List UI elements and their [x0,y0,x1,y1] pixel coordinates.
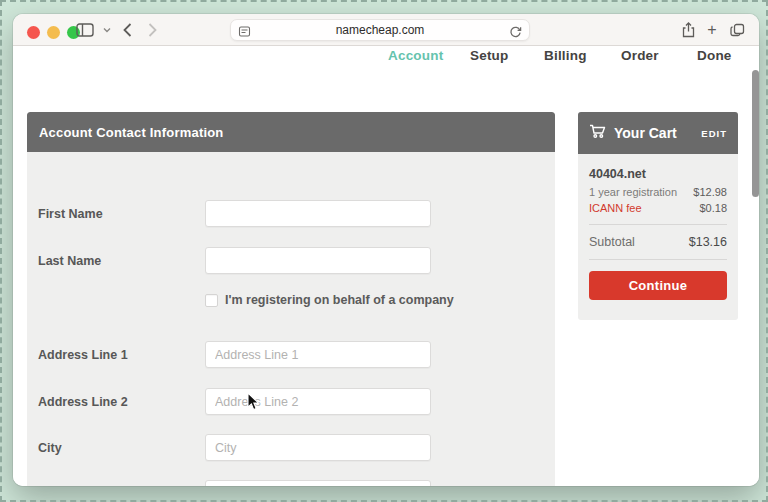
cart-domain: 40404.net [589,167,727,181]
chevron-down-icon[interactable] [99,14,115,46]
new-tab-icon[interactable]: + [701,14,723,46]
company-checkbox-row[interactable]: I'm registering on behalf of a company [205,293,454,307]
mouse-cursor [247,392,260,415]
close-window-button[interactable] [27,26,40,39]
account-contact-form: Account Contact Information First Name L… [27,112,555,486]
cart-item-registration: 1 year registration $12.98 [589,186,727,198]
tab-order[interactable]: Order [621,48,659,63]
url-text: namecheap.com [231,23,529,37]
back-icon[interactable] [116,14,138,46]
address-bar[interactable]: namecheap.com [230,19,530,41]
shopping-cart-icon [589,123,607,143]
last-name-field[interactable] [205,247,431,274]
cart-body: 40404.net 1 year registration $12.98 ICA… [578,154,738,300]
cart-item-icann-fee: ICANN fee $0.18 [589,202,727,214]
cart-item-price: $0.18 [699,202,727,214]
company-checkbox[interactable] [205,294,218,307]
cart-subtotal-row: Subtotal $13.16 [589,235,727,249]
sidebar-icon[interactable] [71,14,99,46]
address-line-2-field[interactable] [205,388,431,415]
first-name-field[interactable] [205,200,431,227]
page-content: Account Setup Billing Order Done Account… [13,46,759,486]
first-name-label: First Name [38,207,103,221]
divider [589,224,727,225]
browser-toolbar: namecheap.com + [13,14,759,46]
browser-window: namecheap.com + Account [13,14,759,486]
next-field-partial[interactable] [205,480,431,486]
tab-done[interactable]: Done [697,48,732,63]
company-checkbox-label: I'm registering on behalf of a company [225,293,454,307]
cart-item-label: 1 year registration [589,186,677,198]
address-line-1-field[interactable] [205,341,431,368]
subtotal-label: Subtotal [589,235,635,249]
address-line-2-label: Address Line 2 [38,395,128,409]
cart-edit-button[interactable]: EDIT [701,128,727,139]
reload-icon[interactable] [509,24,522,42]
tabs-overview-icon[interactable] [725,14,749,46]
share-icon[interactable] [677,14,699,46]
divider [589,259,727,260]
subtotal-value: $13.16 [689,235,727,249]
tab-billing[interactable]: Billing [544,48,587,63]
last-name-label: Last Name [38,254,101,268]
page-format-icon[interactable] [238,24,251,42]
city-field[interactable] [205,434,431,461]
city-label: City [38,441,62,455]
cart-header: Your Cart EDIT [578,112,738,154]
minimize-window-button[interactable] [47,26,60,39]
continue-button[interactable]: Continue [589,271,727,300]
tab-account[interactable]: Account [388,48,443,63]
cart-title: Your Cart [614,125,701,141]
address-line-1-label: Address Line 1 [38,348,128,362]
cart-panel: Your Cart EDIT 40404.net 1 year registra… [578,112,738,320]
form-title: Account Contact Information [27,112,555,152]
page-scrollbar[interactable] [752,70,759,197]
cart-item-price: $12.98 [693,186,727,198]
tab-setup[interactable]: Setup [470,48,509,63]
forward-icon[interactable] [141,14,163,46]
cart-item-label: ICANN fee [589,202,642,214]
